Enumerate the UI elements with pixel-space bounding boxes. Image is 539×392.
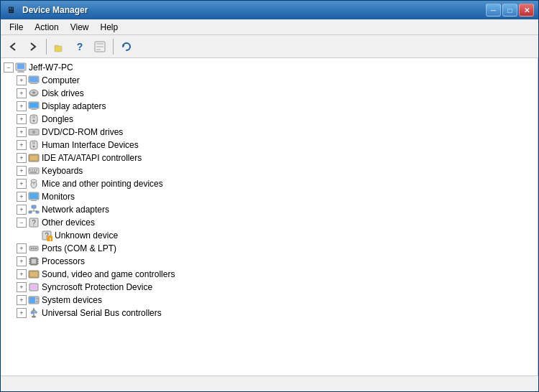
- svg-rect-20: [32, 108, 36, 109]
- menu-item-help[interactable]: Help: [95, 21, 124, 34]
- svg-point-24: [33, 120, 35, 122]
- tree-item-icon: [28, 178, 40, 190]
- tree-item[interactable]: +DVD/CD-ROM drives: [1, 126, 538, 139]
- close-button[interactable]: ✕: [519, 4, 534, 17]
- toolbar-separator-1: [46, 39, 47, 55]
- tree-expander[interactable]: +: [17, 282, 27, 292]
- svg-rect-9: [18, 70, 24, 72]
- tree-item[interactable]: +Display adapters: [1, 100, 538, 113]
- svg-point-82: [35, 312, 37, 314]
- tree-item-icon: [28, 191, 40, 202]
- tree-expander[interactable]: −: [4, 62, 14, 73]
- tree-item[interactable]: +System devices: [1, 294, 538, 307]
- tree-item-icon: [28, 204, 40, 215]
- title-bar: 🖥 Device Manager ─ □ ✕: [1, 1, 538, 19]
- tree-item-icon: [28, 165, 40, 177]
- tree-expander[interactable]: +: [17, 166, 27, 176]
- tree-expander[interactable]: +: [17, 101, 27, 111]
- tree-item-label: System devices: [42, 295, 102, 305]
- tree-expander[interactable]: +: [17, 192, 27, 202]
- tree-item-icon: [28, 243, 40, 254]
- tree-item-icon: [28, 88, 40, 99]
- svg-point-83: [32, 316, 36, 318]
- svg-rect-13: [31, 83, 37, 83]
- tree-item[interactable]: +Processors: [1, 255, 538, 268]
- svg-rect-3: [96, 43, 103, 45]
- refresh-button[interactable]: [117, 37, 136, 56]
- tree-expander[interactable]: +: [17, 75, 27, 85]
- tree-expander[interactable]: +: [17, 243, 27, 253]
- tree-item[interactable]: +Network adapters: [1, 203, 538, 216]
- svg-text:?: ?: [32, 219, 36, 227]
- tree-item-label: Network adapters: [42, 205, 109, 215]
- menu-item-action[interactable]: Action: [29, 21, 64, 34]
- device-tree-pane[interactable]: −Jeff-W7-PC+Computer+Disk drives+Display…: [1, 58, 538, 375]
- tree-expander[interactable]: +: [17, 127, 27, 137]
- tree-item[interactable]: +Monitors: [1, 190, 538, 203]
- tree-item-label: Mice and other pointing devices: [42, 179, 163, 189]
- main-content: −Jeff-W7-PC+Computer+Disk drives+Display…: [1, 58, 538, 375]
- tree-expander[interactable]: +: [17, 256, 27, 266]
- help-button[interactable]: ?: [70, 37, 89, 56]
- svg-rect-45: [31, 200, 37, 201]
- tree-item[interactable]: +Disk drives: [1, 87, 538, 100]
- tree-expander[interactable]: +: [17, 205, 27, 215]
- tree-item[interactable]: +Dongles: [1, 113, 538, 126]
- maximize-button[interactable]: □: [502, 4, 517, 17]
- tree-expander[interactable]: +: [17, 114, 27, 124]
- svg-rect-32: [30, 156, 37, 160]
- tree-item-label: Other devices: [42, 218, 95, 228]
- svg-rect-43: [29, 193, 38, 199]
- tree-item-label: Ports (COM & LPT): [42, 243, 116, 253]
- tree-item[interactable]: ?!Unknown device: [1, 229, 538, 242]
- tree-item-label: DVD/CD-ROM drives: [42, 127, 123, 137]
- tree-item[interactable]: +Universal Serial Bus controllers: [1, 307, 538, 319]
- minimize-button[interactable]: ─: [486, 4, 501, 17]
- svg-rect-44: [32, 200, 36, 200]
- tree-item-label: Processors: [42, 256, 85, 266]
- tree-item-icon: [28, 294, 40, 306]
- tree-item-icon: [28, 307, 40, 319]
- tree-item[interactable]: +Keyboards: [1, 164, 538, 177]
- tree-expander[interactable]: −: [17, 218, 27, 228]
- tree-expander[interactable]: +: [17, 88, 27, 98]
- menu-bar: FileActionViewHelp: [1, 19, 538, 35]
- svg-rect-5: [96, 49, 101, 50]
- menu-item-view[interactable]: View: [65, 21, 95, 34]
- tree-item[interactable]: +Computer: [1, 74, 538, 87]
- tree-expander[interactable]: +: [17, 179, 27, 189]
- properties-button[interactable]: [91, 37, 109, 56]
- tree-item-icon: [28, 113, 40, 125]
- tree-expander[interactable]: +: [17, 153, 27, 163]
- svg-rect-73: [31, 285, 37, 289]
- tree-item[interactable]: −Jeff-W7-PC: [1, 61, 538, 74]
- tree-item[interactable]: +Human Interface Devices: [1, 139, 538, 151]
- tree-item-icon: [28, 139, 40, 151]
- tree-item[interactable]: +Syncrosoft Protection Device: [1, 281, 538, 294]
- tree-expander[interactable]: +: [17, 269, 27, 279]
- forward-button[interactable]: [24, 37, 42, 56]
- svg-rect-34: [29, 169, 31, 171]
- tree-item[interactable]: +Mice and other pointing devices: [1, 177, 538, 190]
- tree-item[interactable]: +Sound, video and game controllers: [1, 268, 538, 281]
- svg-rect-63: [32, 259, 36, 263]
- tree-item[interactable]: +Ports (COM & LPT): [1, 242, 538, 255]
- back-button[interactable]: [4, 37, 22, 56]
- tree-expander-placeholder: [29, 230, 40, 241]
- window-controls: ─ □ ✕: [486, 4, 534, 17]
- svg-rect-14: [30, 83, 37, 84]
- tree-item[interactable]: +IDE ATA/ATAPI controllers: [1, 151, 538, 164]
- tree-item-label: Keyboards: [42, 166, 83, 176]
- tree-item-icon: [15, 62, 27, 73]
- tree-expander[interactable]: +: [17, 308, 27, 318]
- tree-expander[interactable]: +: [17, 140, 27, 150]
- tree-item-icon: ?: [28, 217, 40, 228]
- svg-rect-1: [55, 45, 58, 47]
- svg-rect-76: [36, 298, 38, 299]
- svg-text:!: !: [50, 236, 52, 241]
- svg-rect-61: [35, 248, 37, 249]
- menu-item-file[interactable]: File: [4, 21, 29, 34]
- tree-expander[interactable]: +: [17, 295, 27, 305]
- up-button[interactable]: [50, 37, 69, 56]
- tree-item[interactable]: −?Other devices: [1, 216, 538, 229]
